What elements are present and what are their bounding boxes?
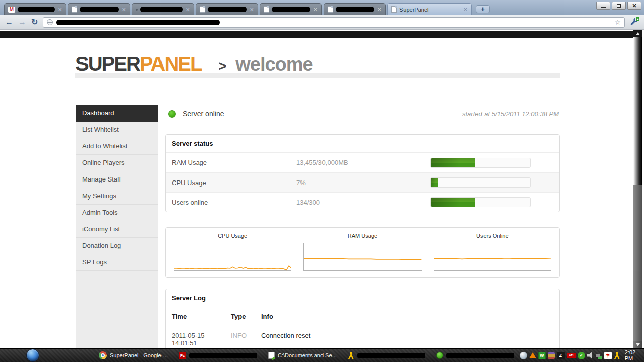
taskbar-item[interactable]: C:\Documents and Se... [263,349,342,362]
daemon-tools-icon[interactable] [520,352,527,359]
avira-icon[interactable]: ☂ [604,352,612,359]
main-column: Server online started at 5/15/2011 12:00… [165,105,560,348]
tab-superpanel[interactable]: SuperPanel× [387,3,472,15]
page-favicon [264,6,269,13]
progress-bar [430,177,531,188]
volume-icon[interactable] [587,352,594,359]
scrollbar-down-arrow[interactable] [633,341,642,348]
progress-bar [430,197,531,207]
winamp-agent-icon[interactable]: W [538,352,546,359]
sidebar-item-my-settings[interactable]: My Settings [76,188,158,205]
status-row-label: CPU Usage [166,179,296,187]
browser-tab[interactable]: × [132,3,194,15]
browser-tab[interactable]: × [324,3,386,15]
browser-tab[interactable]: M× [4,3,66,15]
aim-icon [348,352,354,359]
server-status-rows: RAM Usage13,455/30,000MBCPU Usage7%Users… [166,153,559,212]
redacted-tab-title [18,7,55,12]
start-button[interactable] [26,349,39,362]
status-row-value: 13,455/30,000MB [296,159,430,166]
page-favicon [72,6,77,13]
redacted-tab-title [208,7,247,12]
redacted-tab-title [336,7,374,12]
minimize-icon [601,7,606,8]
browser-tab[interactable]: × [68,3,130,15]
browser-tab[interactable]: × [260,3,322,15]
tab-close-icon[interactable]: × [57,6,62,13]
reload-button[interactable]: ↻ [31,18,38,26]
sidebar-item-list-whitelist[interactable]: List Whitelist [76,122,158,138]
browser-toolbar: ← → ↻ ☆ [0,15,644,30]
log-col-info: Info [261,313,559,320]
bookmark-star-icon[interactable]: ☆ [614,19,621,26]
server-log-rows: 2011-05-15 14:01:51INFOConnection reset [166,326,559,348]
wrench-menu-button[interactable] [630,18,639,27]
server-status-panel: Server status RAM Usage13,455/30,000MBCP… [165,134,560,212]
tab-close-icon[interactable]: × [249,6,254,13]
status-row: CPU Usage7% [166,172,559,192]
notepad-icon [268,352,275,359]
tab-close-icon[interactable]: × [377,6,382,13]
taskbar-item[interactable] [431,349,520,362]
back-button[interactable]: ← [5,18,13,26]
server-log-title: Server Log [166,289,559,307]
redacted-taskbar-label [189,353,257,358]
scrollbar-up-arrow[interactable] [633,30,642,37]
sidebar-item-manage-staff[interactable]: Manage Staff [76,171,158,188]
progress-bar [430,158,531,168]
tab-close-icon[interactable]: × [185,6,190,13]
taskbar: SuperPanel - Google ...FzC:\Documents an… [0,348,644,362]
gmail-favicon: M [8,7,15,13]
aim-icon[interactable] [614,352,620,359]
system-tray: WZATI✓☂ [520,352,620,359]
log-type: INFO [231,332,261,347]
redacted-tab-title [272,7,310,12]
server-status-title: Server status [166,135,559,153]
minimize-button[interactable] [596,2,610,10]
server-online-row: Server online started at 5/15/2011 12:00… [165,105,560,126]
sidebar-item-donation-log[interactable]: Donation Log [76,238,158,254]
taskbar-items: SuperPanel - Google ...FzC:\Documents an… [93,349,520,362]
scrollbar-thumb[interactable] [633,37,642,185]
forward-button[interactable]: → [18,18,26,26]
ati-icon[interactable]: ATI [567,353,576,358]
taskbar-item-label: C:\Documents and Se... [278,352,337,358]
chart-plot [303,243,421,271]
chart-plot [434,243,551,271]
restore-button[interactable] [612,2,626,10]
address-bar[interactable]: ☆ [43,17,625,28]
network-icon[interactable] [596,354,600,357]
tab-close-icon[interactable]: × [463,6,468,13]
sidebar-item-add-to-whitelist[interactable]: Add to Whitelist [76,138,158,155]
browser-tab-strip: M××××××SuperPanel× + ✕ [0,0,644,15]
status-row: RAM Usage13,455/30,000MB [166,153,559,172]
sidebar-item-dashboard[interactable]: Dashboard [76,105,158,122]
close-icon: ✕ [632,3,636,9]
server-orb-icon [436,352,443,359]
sidebar-item-admin-tools[interactable]: Admin Tools [76,205,158,221]
chart-title: RAM Usage [303,233,421,239]
tab-close-icon[interactable]: × [121,6,126,13]
site-header: SUPER PANEL > welcome [75,53,560,78]
close-window-button[interactable]: ✕ [627,2,641,10]
antivirus-status-icon[interactable]: ✓ [578,352,585,359]
online-status-icon [168,110,176,118]
server-log-panel: Server Log TimeTypeInfo 2011-05-15 14:01… [165,289,560,348]
sidebar-item-online-players[interactable]: Online Players [76,155,158,171]
taskbar-item[interactable]: SuperPanel - Google ... [93,349,173,362]
new-tab-button[interactable]: + [476,5,490,13]
log-row: 2011-05-15 14:01:51INFOConnection reset [166,326,559,348]
zonealarm-icon[interactable]: Z [557,352,565,359]
taskbar-item[interactable] [342,349,431,362]
breadcrumb-section: welcome [235,54,313,75]
browser-tab[interactable]: × [196,3,258,15]
tab-close-icon[interactable]: × [313,6,318,13]
taskbar-item[interactable]: Fz [173,349,263,362]
winrar-icon[interactable] [548,352,555,359]
page-favicon [391,6,397,13]
sidebar-item-iconomy-list[interactable]: iConomy List [76,221,158,238]
status-row-value: 134/300 [296,199,430,206]
page-scrollbar[interactable] [633,30,642,348]
vlc-icon[interactable] [529,352,536,358]
sidebar-item-sp-logs[interactable]: SP Logs [76,254,158,271]
